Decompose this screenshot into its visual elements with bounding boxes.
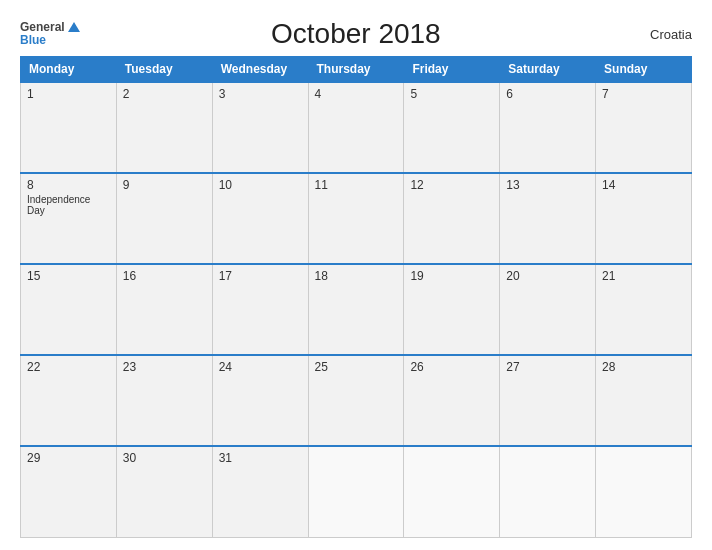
table-row: 16 [116,264,212,355]
table-row: 4 [308,82,404,173]
day-number: 7 [602,87,685,101]
table-row: 10 [212,173,308,264]
event-label: Independence Day [27,194,110,216]
day-number: 14 [602,178,685,192]
top-bar: GeneralBlueOctober 2018Croatia [20,18,692,50]
day-number: 30 [123,451,206,465]
calendar-header-row: Monday Tuesday Wednesday Thursday Friday… [21,57,692,83]
day-number: 11 [315,178,398,192]
day-number: 23 [123,360,206,374]
day-number: 1 [27,87,110,101]
day-number: 2 [123,87,206,101]
table-row: 29 [21,446,117,537]
table-row: 26 [404,355,500,446]
table-row: 17 [212,264,308,355]
day-number: 22 [27,360,110,374]
table-row: 15 [21,264,117,355]
table-row: 24 [212,355,308,446]
table-row [404,446,500,537]
table-row: 14 [596,173,692,264]
calendar-title: October 2018 [80,18,632,50]
day-number: 31 [219,451,302,465]
day-number: 13 [506,178,589,192]
day-number: 18 [315,269,398,283]
table-row: 3 [212,82,308,173]
day-number: 3 [219,87,302,101]
day-number: 17 [219,269,302,283]
table-row: 5 [404,82,500,173]
day-number: 6 [506,87,589,101]
col-wednesday: Wednesday [212,57,308,83]
table-row: 11 [308,173,404,264]
table-row: 27 [500,355,596,446]
col-sunday: Sunday [596,57,692,83]
day-number: 12 [410,178,493,192]
day-number: 20 [506,269,589,283]
day-number: 25 [315,360,398,374]
table-row: 28 [596,355,692,446]
day-number: 4 [315,87,398,101]
table-row: 7 [596,82,692,173]
table-row: 8Independence Day [21,173,117,264]
table-row [596,446,692,537]
country-label: Croatia [632,27,692,42]
table-row: 1 [21,82,117,173]
table-row: 18 [308,264,404,355]
day-number: 28 [602,360,685,374]
day-number: 15 [27,269,110,283]
table-row: 21 [596,264,692,355]
col-friday: Friday [404,57,500,83]
calendar-week-row: 1234567 [21,82,692,173]
calendar-week-row: 15161718192021 [21,264,692,355]
table-row: 19 [404,264,500,355]
table-row: 23 [116,355,212,446]
day-number: 5 [410,87,493,101]
col-tuesday: Tuesday [116,57,212,83]
day-number: 16 [123,269,206,283]
table-row: 31 [212,446,308,537]
col-monday: Monday [21,57,117,83]
col-saturday: Saturday [500,57,596,83]
table-row [308,446,404,537]
table-row: 6 [500,82,596,173]
table-row: 13 [500,173,596,264]
logo-triangle-icon [68,22,80,32]
logo-blue-text: Blue [20,34,46,47]
table-row: 9 [116,173,212,264]
day-number: 24 [219,360,302,374]
table-row [500,446,596,537]
day-number: 29 [27,451,110,465]
calendar-week-row: 8Independence Day91011121314 [21,173,692,264]
calendar-week-row: 22232425262728 [21,355,692,446]
table-row: 30 [116,446,212,537]
day-number: 26 [410,360,493,374]
day-number: 9 [123,178,206,192]
day-number: 27 [506,360,589,374]
day-number: 8 [27,178,110,192]
table-row: 20 [500,264,596,355]
day-number: 19 [410,269,493,283]
table-row: 2 [116,82,212,173]
table-row: 25 [308,355,404,446]
table-row: 22 [21,355,117,446]
calendar-week-row: 293031 [21,446,692,537]
calendar-table: Monday Tuesday Wednesday Thursday Friday… [20,56,692,538]
logo: GeneralBlue [20,21,80,47]
table-row: 12 [404,173,500,264]
day-number: 21 [602,269,685,283]
col-thursday: Thursday [308,57,404,83]
calendar-page: GeneralBlueOctober 2018Croatia Monday Tu… [0,0,712,550]
day-number: 10 [219,178,302,192]
